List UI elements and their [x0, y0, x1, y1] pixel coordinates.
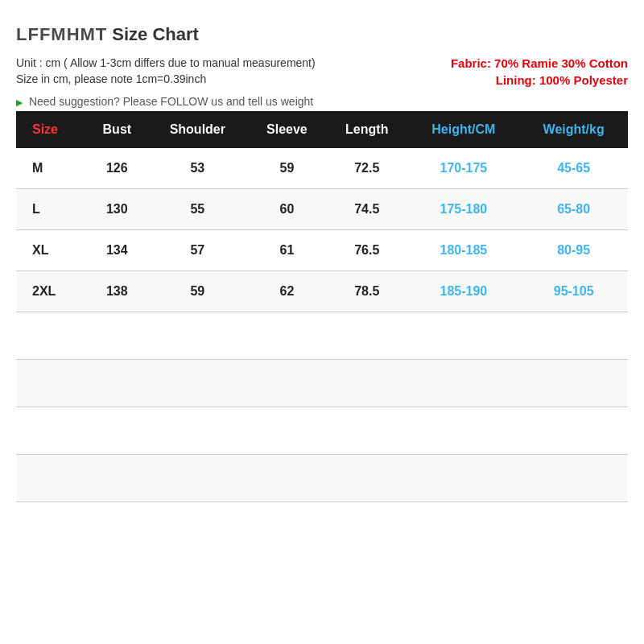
header-weight: Weight/kg	[519, 111, 628, 148]
cell-weight: 80-95	[519, 230, 628, 271]
header-bust: Bust	[87, 111, 147, 148]
header-length: Length	[326, 111, 407, 148]
empty-row	[16, 312, 628, 360]
cell-weight: 95-105	[519, 271, 628, 312]
title-row: LFFMHMT Size Chart	[16, 24, 628, 45]
page-container: LFFMHMT Size Chart Unit : cm ( Allow 1-3…	[0, 0, 644, 644]
cell-bust: 134	[87, 230, 147, 271]
cell-length: 72.5	[326, 148, 407, 189]
cell-size: M	[16, 148, 87, 189]
cell-size: L	[16, 189, 87, 230]
cell-length: 78.5	[326, 271, 407, 312]
brand-name: LFFMHMT	[16, 24, 107, 45]
cell-length: 74.5	[326, 189, 407, 230]
empty-row	[16, 407, 628, 455]
suggestion-row: Need suggestion? Please FOLLOW us and te…	[16, 95, 628, 108]
cell-shoulder: 57	[147, 230, 248, 271]
empty-row	[16, 455, 628, 502]
fabric-line: Fabric: 70% Ramie 30% Cotton	[451, 56, 628, 70]
empty-row	[16, 360, 628, 407]
unit-note: Unit : cm ( Allow 1-3cm differs due to m…	[16, 56, 451, 69]
table-row: 2XL 138 59 62 78.5 185-190 95-105	[16, 271, 628, 312]
cell-shoulder: 55	[147, 189, 248, 230]
cell-bust: 126	[87, 148, 147, 189]
header-sleeve: Sleeve	[248, 111, 326, 148]
size-chart-label: Size Chart	[112, 24, 199, 45]
header-size: Size	[16, 111, 87, 148]
info-area: Unit : cm ( Allow 1-3cm differs due to m…	[16, 56, 628, 90]
cell-shoulder: 53	[147, 148, 248, 189]
cell-shoulder: 59	[147, 271, 248, 312]
cell-bust: 130	[87, 189, 147, 230]
cell-sleeve: 62	[248, 271, 326, 312]
cm-note: Size in cm, please note 1cm=0.39inch	[16, 72, 451, 85]
table-row: M 126 53 59 72.5 170-175 45-65	[16, 148, 628, 189]
cell-sleeve: 61	[248, 230, 326, 271]
table-header-row: Size Bust Shoulder Sleeve Length Height/…	[16, 111, 628, 148]
cell-size: XL	[16, 230, 87, 271]
cell-bust: 138	[87, 271, 147, 312]
cell-size: 2XL	[16, 271, 87, 312]
header-height: Height/CM	[407, 111, 519, 148]
cell-weight: 45-65	[519, 148, 628, 189]
suggestion-text: Need suggestion? Please FOLLOW us and te…	[29, 95, 313, 108]
cell-height: 175-180	[407, 189, 519, 230]
cell-height: 170-175	[407, 148, 519, 189]
cell-height: 180-185	[407, 230, 519, 271]
cell-sleeve: 60	[248, 189, 326, 230]
cell-sleeve: 59	[248, 148, 326, 189]
info-right: Fabric: 70% Ramie 30% Cotton Lining: 100…	[451, 56, 628, 90]
table-row: XL 134 57 61 76.5 180-185 80-95	[16, 230, 628, 271]
size-table: Size Bust Shoulder Sleeve Length Height/…	[16, 111, 628, 502]
table-row: L 130 55 60 74.5 175-180 65-80	[16, 189, 628, 230]
lining-line: Lining: 100% Polyester	[451, 73, 628, 87]
cell-length: 76.5	[326, 230, 407, 271]
header-shoulder: Shoulder	[147, 111, 248, 148]
cell-height: 185-190	[407, 271, 519, 312]
cell-weight: 65-80	[519, 189, 628, 230]
info-left: Unit : cm ( Allow 1-3cm differs due to m…	[16, 56, 451, 90]
